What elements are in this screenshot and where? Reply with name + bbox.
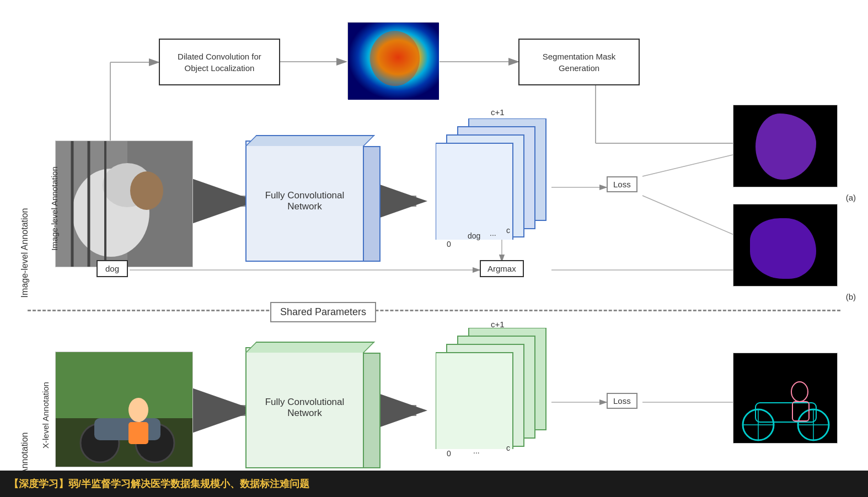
result-a-label: (a) — [846, 193, 856, 202]
motorcycle-photo — [55, 352, 193, 467]
fcn-bottom-label: Fully Convolutional Network — [265, 397, 345, 419]
svg-rect-38 — [56, 352, 193, 418]
feature-planes-bottom — [436, 328, 557, 449]
result-b-label: (b) — [846, 292, 856, 301]
result-image-bottom — [733, 353, 838, 444]
argmax-box: Argmax — [480, 260, 524, 277]
svg-rect-35 — [436, 143, 513, 240]
bottom-bar: 【深度学习】弱/半监督学习解决医学数据集规模小、数据标注难问题 — [0, 471, 868, 497]
result-image-b — [733, 204, 838, 287]
dashed-divider — [28, 310, 840, 311]
vertical-annotation-bottom: X-level Annotation — [41, 382, 50, 449]
loss-top-box: Loss — [607, 176, 637, 192]
plane-label-dog-top: dog — [468, 231, 480, 240]
dog-photo — [55, 141, 193, 267]
purple-blob-a — [756, 114, 816, 180]
plane-label-dots-bottom: ... — [473, 446, 480, 455]
fcn-top-cube-side — [364, 146, 381, 262]
bottom-bar-text: 【深度学习】弱/半监督学习解决医学数据集规模小、数据标注难问题 — [9, 477, 309, 490]
c-plus-1-top-label: c+1 — [491, 107, 505, 117]
plane-label-dots-top: ... — [490, 229, 496, 237]
svg-rect-41 — [94, 418, 160, 440]
feature-planes-top — [436, 118, 557, 240]
fcn-top-label: Fully Convolutional Network — [265, 190, 345, 212]
svg-rect-48 — [733, 353, 838, 444]
seg-mask-label: Segmentation Mask Generation — [543, 51, 616, 74]
svg-rect-43 — [128, 422, 148, 444]
plane-label-0-bottom: 0 — [447, 449, 451, 458]
dog-label-box: dog — [97, 260, 128, 277]
fcn-top-cube-top — [245, 135, 375, 146]
fcn-bottom-cube-top — [245, 342, 375, 353]
fcn-bottom-cube-side — [364, 353, 381, 468]
purple-blob-b — [750, 218, 816, 279]
dilated-conv-box: Dilated Convolution for Object Localizat… — [159, 39, 280, 85]
vertical-annotation-top: Image-level Annotation — [50, 166, 59, 251]
svg-point-42 — [128, 398, 148, 422]
fcn-bottom-box: Fully Convolutional Network — [245, 347, 364, 468]
result-image-a — [733, 105, 838, 187]
plane-label-c-bottom: c — [506, 444, 510, 452]
dilated-conv-label: Dilated Convolution for Object Localizat… — [178, 51, 261, 74]
seg-mask-box: Segmentation Mask Generation — [518, 39, 640, 85]
shared-params-box: Shared Parameters — [270, 302, 376, 322]
heatmap-image — [347, 22, 438, 99]
loss-bottom-box: Loss — [607, 393, 637, 409]
plane-label-c-top: c — [506, 226, 510, 235]
plane-label-0-top: 0 — [447, 240, 451, 248]
svg-point-31 — [130, 171, 163, 210]
svg-rect-47 — [436, 353, 513, 449]
diagram-container: Image-level Annotation X-level Annotatio… — [0, 0, 868, 497]
fcn-top-box: Fully Convolutional Network — [245, 141, 364, 262]
annotation-label-top: Image-level Annotation — [20, 198, 30, 308]
svg-point-22 — [370, 31, 420, 86]
